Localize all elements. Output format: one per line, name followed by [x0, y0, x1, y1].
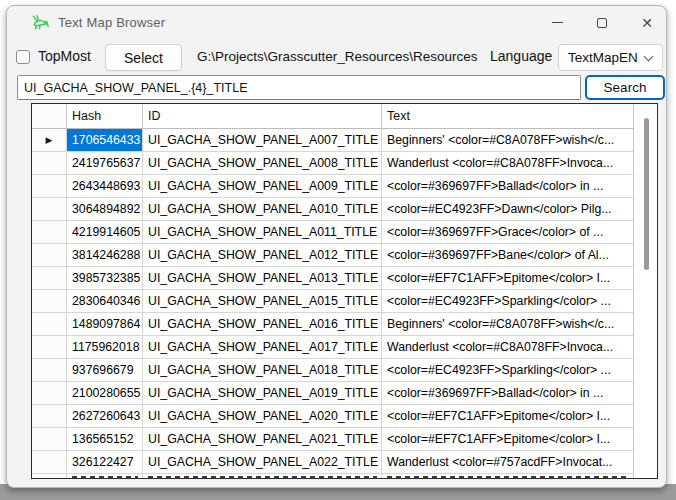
- row-header-cell[interactable]: [32, 221, 67, 243]
- grid-row: 2643448693UI_GACHA_SHOW_PANEL_A009_TITLE…: [32, 175, 657, 198]
- title-bar[interactable]: Text Map Browser ✕: [7, 6, 666, 40]
- cell-hash[interactable]: 2627260643: [67, 405, 143, 427]
- column-header-hash[interactable]: Hash: [67, 104, 143, 128]
- row-header-cell[interactable]: [32, 382, 67, 404]
- row-header-cell[interactable]: [32, 290, 67, 312]
- grid-row: 2419765637UI_GACHA_SHOW_PANEL_A008_TITLE…: [32, 152, 657, 175]
- maximize-icon: [597, 18, 607, 28]
- cell-id[interactable]: UI_GACHA_SHOW_PANEL_A017_TITLE: [143, 336, 382, 358]
- scrollbar-thumb[interactable]: [644, 118, 649, 270]
- cell-hash[interactable]: 326122427: [67, 451, 143, 473]
- search-button[interactable]: Search: [585, 75, 665, 100]
- row-header-cell[interactable]: [32, 336, 67, 358]
- minimize-button[interactable]: [535, 7, 579, 38]
- cell-id[interactable]: UI_GACHA_SHOW_PANEL_A008_TITLE: [143, 152, 382, 174]
- grid-row: 2100280655UI_GACHA_SHOW_PANEL_A019_TITLE…: [32, 382, 657, 405]
- cell-id[interactable]: UI_GACHA_SHOW_PANEL_A022_TITLE: [143, 451, 382, 473]
- grid-row: 937696679UI_GACHA_SHOW_PANEL_A018_TITLE<…: [32, 359, 657, 382]
- row-header-cell[interactable]: [32, 359, 67, 381]
- cell-id[interactable]: UI_GACHA_SHOW_PANEL_A013_TITLE: [143, 267, 382, 289]
- row-header-cell[interactable]: [32, 244, 67, 266]
- minimize-icon: [552, 22, 563, 23]
- textmap-grid: Hash ID Text ▶1706546433UI_GACHA_SHOW_PA…: [31, 103, 658, 479]
- cell-hash[interactable]: 1489097864: [67, 313, 143, 335]
- column-header-id[interactable]: ID: [143, 104, 382, 128]
- cell-text[interactable]: <color=#369697FF>Bane</color> of Al...: [382, 244, 634, 266]
- app-window: Text Map Browser ✕ TopMost Select G:\Pro…: [6, 5, 667, 488]
- cell-hash[interactable]: 1175962018: [67, 336, 143, 358]
- grid-body: ▶1706546433UI_GACHA_SHOW_PANEL_A007_TITL…: [32, 129, 657, 479]
- cell-text[interactable]: <color=#EC4923FF>Sparkling</color> ...: [382, 359, 634, 381]
- row-header-cell[interactable]: [32, 267, 67, 289]
- row-header-cell[interactable]: [32, 313, 67, 335]
- row-header-cell[interactable]: [32, 451, 67, 473]
- grid-row: ▶1706546433UI_GACHA_SHOW_PANEL_A007_TITL…: [32, 129, 657, 152]
- grid-row: 326122427UI_GACHA_SHOW_PANEL_A022_TITLEW…: [32, 451, 657, 474]
- cell-hash[interactable]: 1706546433: [67, 129, 143, 151]
- cell-text[interactable]: Beginners' <color=#C8A078FF>wish</c...: [382, 129, 634, 151]
- cell-id[interactable]: UI_GACHA_SHOW_PANEL_A010_TITLE: [143, 198, 382, 220]
- cell-hash[interactable]: 2100280655: [67, 382, 143, 404]
- grid-corner-cell[interactable]: [32, 104, 67, 128]
- cell-id[interactable]: UI_GACHA_SHOW_PANEL_A020_TITLE: [143, 405, 382, 427]
- cell-text[interactable]: Beginners' <color=#C8A078FF>wish</c...: [382, 313, 634, 335]
- resources-path: G:\Projects\Grasscutter_Resources\Resour…: [197, 49, 478, 64]
- cell-text[interactable]: <color=#369697FF>Ballad</color> in ...: [382, 382, 634, 404]
- cell-hash[interactable]: 136565152: [67, 428, 143, 450]
- cell-hash[interactable]: 2830640346: [67, 290, 143, 312]
- row-header-cell[interactable]: [32, 175, 67, 197]
- cell-id[interactable]: UI_GACHA_SHOW_PANEL_A015_TITLE: [143, 290, 382, 312]
- grid-row: 1489097864UI_GACHA_SHOW_PANEL_A016_TITLE…: [32, 313, 657, 336]
- cell-id[interactable]: UI_GACHA_SHOW_PANEL_A021_TITLE: [143, 428, 382, 450]
- language-dropdown[interactable]: TextMapEN: [558, 44, 663, 71]
- grid-row: 2830640346UI_GACHA_SHOW_PANEL_A015_TITLE…: [32, 290, 657, 313]
- row-header-cell[interactable]: [32, 198, 67, 220]
- cell-text[interactable]: Wanderlust <color=#757acdFF>Invocat...: [382, 451, 634, 473]
- row-header-cell[interactable]: [32, 428, 67, 450]
- topmost-checkbox[interactable]: [16, 50, 30, 64]
- cell-hash[interactable]: 2643448693: [67, 175, 143, 197]
- close-icon: ✕: [641, 16, 653, 30]
- cell-id[interactable]: UI_GACHA_SHOW_PANEL_A009_TITLE: [143, 175, 382, 197]
- cell-text[interactable]: Wanderlust <color=#C8A078FF>Invoca...: [382, 336, 634, 358]
- partial-grid-row: [32, 474, 657, 479]
- topmost-label[interactable]: TopMost: [38, 48, 91, 64]
- partial-cell: [67, 474, 143, 479]
- cell-text[interactable]: <color=#369697FF>Grace</color> of ...: [382, 221, 634, 243]
- search-input[interactable]: [17, 75, 581, 100]
- row-header-cell[interactable]: ▶: [32, 129, 67, 151]
- cell-id[interactable]: UI_GACHA_SHOW_PANEL_A018_TITLE: [143, 359, 382, 381]
- cell-text[interactable]: <color=#EF7C1AFF>Epitome</color> I...: [382, 405, 634, 427]
- row-header-cell[interactable]: [32, 405, 67, 427]
- cell-text[interactable]: <color=#369697FF>Ballad</color> in ...: [382, 175, 634, 197]
- cell-hash[interactable]: 4219914605: [67, 221, 143, 243]
- cell-id[interactable]: UI_GACHA_SHOW_PANEL_A011_TITLE: [143, 221, 382, 243]
- cell-id[interactable]: UI_GACHA_SHOW_PANEL_A007_TITLE: [143, 129, 382, 151]
- vertical-scrollbar[interactable]: [633, 104, 657, 478]
- row-header-cell[interactable]: [32, 152, 67, 174]
- grid-row: 1175962018UI_GACHA_SHOW_PANEL_A017_TITLE…: [32, 336, 657, 359]
- cell-id[interactable]: UI_GACHA_SHOW_PANEL_A016_TITLE: [143, 313, 382, 335]
- grid-row: 3814246288UI_GACHA_SHOW_PANEL_A012_TITLE…: [32, 244, 657, 267]
- cell-hash[interactable]: 937696679: [67, 359, 143, 381]
- column-header-text[interactable]: Text: [382, 104, 634, 128]
- cell-text[interactable]: <color=#EC4923FF>Sparkling</color> ...: [382, 290, 634, 312]
- cell-text[interactable]: Wanderlust <color=#C8A078FF>Invoca...: [382, 152, 634, 174]
- cell-text[interactable]: <color=#EF7C1AFF>Epitome</color> I...: [382, 428, 634, 450]
- cell-text[interactable]: <color=#EF7C1AFF>Epitome</color> I...: [382, 267, 634, 289]
- cell-text[interactable]: <color=#EC4923FF>Dawn</color> Pilg...: [382, 198, 634, 220]
- select-button[interactable]: Select: [105, 44, 182, 71]
- chevron-down-icon: [644, 52, 654, 62]
- cell-id[interactable]: UI_GACHA_SHOW_PANEL_A019_TITLE: [143, 382, 382, 404]
- cell-hash[interactable]: 3985732385: [67, 267, 143, 289]
- cell-hash[interactable]: 3064894892: [67, 198, 143, 220]
- close-button[interactable]: ✕: [625, 7, 669, 38]
- window-title: Text Map Browser: [58, 15, 165, 30]
- grid-row: 2627260643UI_GACHA_SHOW_PANEL_A020_TITLE…: [32, 405, 657, 428]
- cell-hash[interactable]: 2419765637: [67, 152, 143, 174]
- cell-hash[interactable]: 3814246288: [67, 244, 143, 266]
- current-row-arrow-icon: ▶: [46, 136, 53, 145]
- cell-id[interactable]: UI_GACHA_SHOW_PANEL_A012_TITLE: [143, 244, 382, 266]
- maximize-button[interactable]: [580, 7, 624, 38]
- grid-row: 3985732385UI_GACHA_SHOW_PANEL_A013_TITLE…: [32, 267, 657, 290]
